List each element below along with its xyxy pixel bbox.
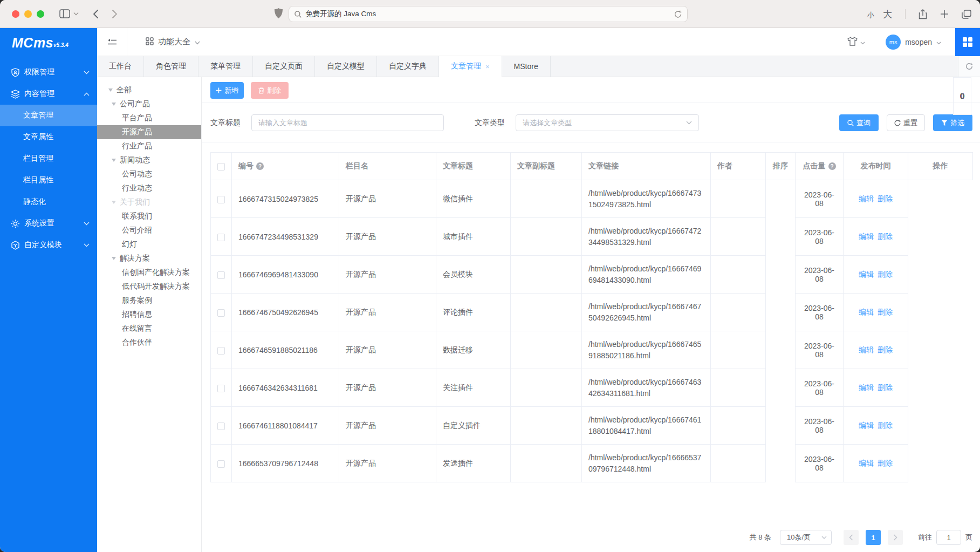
sidebar-item-permissions[interactable]: 权限管理 bbox=[0, 62, 97, 83]
tree-item-industry-news[interactable]: 行业动态 bbox=[97, 181, 201, 195]
tree-item-news[interactable]: 新闻动态 bbox=[97, 153, 201, 167]
close-tab-icon[interactable]: × bbox=[485, 63, 490, 71]
chevron-down-icon[interactable] bbox=[73, 12, 79, 16]
refresh-tab-icon[interactable] bbox=[958, 56, 980, 77]
delete-link[interactable]: 删除 bbox=[878, 270, 893, 280]
theme-switcher[interactable] bbox=[847, 37, 865, 48]
filter-button[interactable]: 筛选 bbox=[933, 114, 972, 131]
prev-page-button[interactable] bbox=[844, 530, 859, 545]
row-checkbox[interactable] bbox=[217, 347, 225, 355]
caret-down-icon[interactable] bbox=[112, 159, 116, 162]
edit-link[interactable]: 编辑 bbox=[859, 383, 874, 393]
delete-link[interactable]: 删除 bbox=[878, 421, 893, 431]
reload-icon[interactable] bbox=[674, 10, 682, 18]
edit-link[interactable]: 编辑 bbox=[859, 232, 874, 242]
delete-button[interactable]: 删除 bbox=[251, 82, 289, 99]
row-checkbox[interactable] bbox=[217, 385, 225, 392]
page-size-select[interactable]: 10条/页 bbox=[780, 530, 832, 545]
tree-item-open-source-products[interactable]: 开源产品 bbox=[97, 125, 201, 139]
select-all-checkbox[interactable] bbox=[217, 163, 225, 171]
edit-link[interactable]: 编辑 bbox=[859, 421, 874, 431]
tree-item-xinchuang-solution[interactable]: 信创国产化解决方案 bbox=[97, 265, 201, 280]
tree-item-solutions[interactable]: 解决方案 bbox=[97, 251, 201, 265]
type-filter-select[interactable]: 请选择文章类型 bbox=[516, 114, 699, 131]
tree-item-lowcode-solution[interactable]: 低代码开发解决方案 bbox=[97, 280, 201, 294]
tree-item-slideshow[interactable]: 幻灯 bbox=[97, 237, 201, 251]
tab-workbench[interactable]: 工作台 bbox=[97, 56, 144, 77]
title-filter-input[interactable] bbox=[251, 114, 444, 131]
sidebar-item-static-generation[interactable]: 静态化 bbox=[0, 191, 97, 213]
apps-menu[interactable]: 功能大全 bbox=[146, 37, 200, 47]
sidebar-item-custom-modules[interactable]: 自定义模块 bbox=[0, 234, 97, 256]
row-checkbox[interactable] bbox=[217, 196, 225, 203]
search-button[interactable]: 查询 bbox=[839, 114, 879, 131]
text-larger-button[interactable]: 大 bbox=[883, 8, 892, 21]
help-icon[interactable]: ? bbox=[256, 162, 264, 170]
edit-link[interactable]: 编辑 bbox=[859, 194, 874, 204]
sidebar-item-content[interactable]: 内容管理 bbox=[0, 83, 97, 105]
text-smaller-button[interactable]: 小 bbox=[867, 10, 874, 20]
tab-custom-model[interactable]: 自定义模型 bbox=[315, 56, 377, 77]
tab-overview-icon[interactable] bbox=[962, 10, 971, 19]
edit-link[interactable]: 编辑 bbox=[859, 459, 874, 468]
address-bar[interactable]: 免费开源的 Java Cms bbox=[289, 6, 688, 22]
tab-mstore[interactable]: MStore bbox=[502, 56, 551, 77]
sidebar-item-category-attributes[interactable]: 栏目属性 bbox=[0, 169, 97, 191]
collapse-sidebar-icon[interactable] bbox=[97, 28, 127, 56]
goto-page-input[interactable] bbox=[936, 530, 961, 545]
row-checkbox[interactable] bbox=[217, 234, 225, 241]
tree-item-all[interactable]: 全部 bbox=[97, 83, 201, 97]
minimize-window-button[interactable] bbox=[24, 10, 32, 18]
tab-menu-management[interactable]: 菜单管理 bbox=[198, 56, 253, 77]
next-page-button[interactable] bbox=[888, 530, 903, 545]
tree-item-service-cases[interactable]: 服务案例 bbox=[97, 294, 201, 308]
delete-link[interactable]: 删除 bbox=[878, 308, 893, 317]
caret-down-icon[interactable] bbox=[112, 103, 116, 106]
privacy-shield-icon[interactable] bbox=[275, 8, 283, 21]
tree-item-industry-products[interactable]: 行业产品 bbox=[97, 139, 201, 153]
close-window-button[interactable] bbox=[12, 10, 19, 18]
forward-icon[interactable] bbox=[112, 9, 118, 19]
tab-custom-dictionary[interactable]: 自定义字典 bbox=[377, 56, 439, 77]
delete-link[interactable]: 删除 bbox=[878, 383, 893, 393]
tree-item-about-us[interactable]: 关于我们 bbox=[97, 195, 201, 209]
tab-role-management[interactable]: 角色管理 bbox=[144, 56, 198, 77]
add-button[interactable]: 新增 bbox=[210, 82, 244, 99]
share-icon[interactable] bbox=[919, 9, 927, 19]
sidebar-item-article-management[interactable]: 文章管理 bbox=[0, 105, 97, 126]
row-checkbox[interactable] bbox=[217, 271, 225, 279]
tree-item-recruitment[interactable]: 招聘信息 bbox=[97, 308, 201, 322]
delete-link[interactable]: 删除 bbox=[878, 459, 893, 468]
tab-custom-page[interactable]: 自定义页面 bbox=[253, 56, 315, 77]
caret-down-icon[interactable] bbox=[108, 88, 113, 92]
new-tab-icon[interactable] bbox=[940, 10, 949, 18]
back-icon[interactable] bbox=[93, 9, 99, 19]
row-checkbox[interactable] bbox=[217, 309, 225, 317]
sidebar-item-article-attributes[interactable]: 文章属性 bbox=[0, 126, 97, 148]
tree-item-contact-us[interactable]: 联系我们 bbox=[97, 209, 201, 223]
tree-item-company-news[interactable]: 公司动态 bbox=[97, 167, 201, 181]
tree-item-company-products[interactable]: 公司产品 bbox=[97, 97, 201, 111]
delete-link[interactable]: 删除 bbox=[878, 194, 893, 204]
sidebar-toggle-icon[interactable] bbox=[59, 9, 70, 18]
tab-article-management[interactable]: 文章管理 × bbox=[439, 56, 502, 77]
zoom-window-button[interactable] bbox=[37, 10, 44, 18]
help-icon[interactable]: ? bbox=[828, 162, 836, 170]
user-menu[interactable]: ms msopen bbox=[886, 35, 941, 50]
page-number-button[interactable]: 1 bbox=[866, 530, 881, 545]
tree-item-online-message[interactable]: 在线留言 bbox=[97, 322, 201, 336]
tree-item-partners[interactable]: 合作伙伴 bbox=[97, 336, 201, 350]
caret-down-icon[interactable] bbox=[112, 257, 116, 260]
delete-link[interactable]: 删除 bbox=[878, 345, 893, 355]
edit-link[interactable]: 编辑 bbox=[859, 345, 874, 355]
reset-button[interactable]: 重置 bbox=[887, 114, 925, 131]
delete-link[interactable]: 删除 bbox=[878, 232, 893, 242]
tree-item-company-profile[interactable]: 公司介绍 bbox=[97, 223, 201, 237]
edit-link[interactable]: 编辑 bbox=[859, 308, 874, 317]
app-launcher-button[interactable] bbox=[955, 28, 980, 56]
row-checkbox[interactable] bbox=[217, 422, 225, 430]
tree-item-platform-products[interactable]: 平台产品 bbox=[97, 111, 201, 125]
sidebar-item-category-management[interactable]: 栏目管理 bbox=[0, 148, 97, 169]
sidebar-item-system-settings[interactable]: 系统设置 bbox=[0, 213, 97, 234]
caret-down-icon[interactable] bbox=[112, 201, 116, 204]
